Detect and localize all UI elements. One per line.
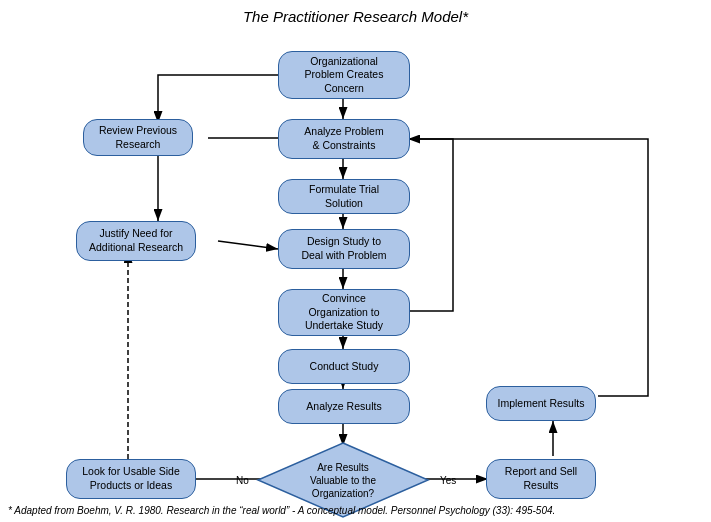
page-title: The Practitioner Research Model* <box>8 8 703 25</box>
node-conduct: Conduct Study <box>278 349 410 384</box>
page: The Practitioner Research Model* <box>0 0 711 522</box>
node-analyze-results: Analyze Results <box>278 389 410 424</box>
node-design-study: Design Study to Deal with Problem <box>278 229 410 269</box>
node-review: Review Previous Research <box>83 119 193 156</box>
node-look: Look for Usable Side Products or Ideas <box>66 459 196 499</box>
node-formulate: Formulate Trial Solution <box>278 179 410 214</box>
node-report: Report and Sell Results <box>486 459 596 499</box>
yes-label: Yes <box>440 475 456 486</box>
node-convince: Convince Organization to Undertake Study <box>278 289 410 336</box>
node-org-problem: Organizational Problem Creates Concern <box>278 51 410 99</box>
node-analyze-problem: Analyze Problem & Constraints <box>278 119 410 159</box>
node-justify: Justify Need for Additional Research <box>76 221 196 261</box>
node-implement: Implement Results <box>486 386 596 421</box>
svg-line-10 <box>218 241 278 249</box>
diagram: Organizational Problem Creates Concern A… <box>8 31 703 501</box>
no-label: No <box>236 475 249 486</box>
footnote: * Adapted from Boehm, V. R. 1980. Resear… <box>8 505 703 516</box>
